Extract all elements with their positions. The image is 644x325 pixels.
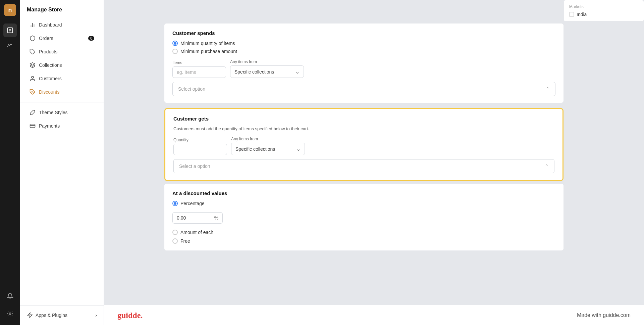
brush-icon [30, 109, 36, 115]
spends-fields-row: Items Any items from Specific collection… [172, 59, 555, 78]
any-items-from-select[interactable]: Specific collections ⌄ [230, 65, 304, 78]
nav-item-products[interactable]: Products [23, 45, 101, 58]
items-input[interactable] [172, 66, 226, 78]
gets-collection-select[interactable]: Select a option ⌃ [173, 159, 554, 173]
nav-item-orders[interactable]: Orders 0 [23, 32, 101, 45]
customer-gets-card: Customer gets Customers must add the qua… [164, 108, 564, 181]
market-item-india: India [569, 12, 638, 17]
nav-item-collections[interactable]: Collections [23, 59, 101, 72]
chevron-down-icon: ⌄ [295, 68, 300, 75]
nav-item-discounts[interactable]: Discounts [23, 86, 101, 98]
footer-tagline: Made with guidde.com [577, 312, 631, 318]
any-items-from-label: Any items from [230, 59, 304, 64]
items-label: Items [172, 60, 226, 65]
svg-point-2 [32, 76, 34, 78]
discount-radio-amount[interactable]: Amount of each [172, 230, 555, 235]
nav-label-dashboard: Dashboard [39, 22, 62, 28]
radio-dot-unchecked [172, 49, 178, 54]
nav-label-customers: Customers [39, 76, 62, 81]
scroll-area: Customer spends Minimum quantity of item… [164, 17, 564, 305]
gets-any-items-from-group: Any items from Specific collections ⌄ [231, 137, 305, 155]
sidebar-icon-store[interactable] [3, 24, 17, 37]
discounted-values-title: At a discounted values [172, 190, 555, 196]
nav-bottom: Apps & Plugins › [20, 298, 104, 325]
gets-any-items-from-select[interactable]: Specific collections ⌄ [231, 143, 305, 155]
nav-label-discounts: Discounts [39, 89, 59, 95]
nav-label-products: Products [39, 49, 57, 54]
discount-radio-free[interactable]: Free [172, 238, 555, 244]
nav-label-orders: Orders [39, 36, 53, 41]
customer-spends-card: Customer spends Minimum quantity of item… [164, 24, 564, 103]
bolt-icon [27, 312, 33, 318]
sidebar-icon-settings[interactable] [3, 307, 17, 320]
quantity-field-group: Quantity [173, 138, 227, 155]
percentage-input-field[interactable]: 0.00 % [172, 212, 223, 224]
gets-fields-row: Quantity Any items from Specific collect… [173, 137, 554, 155]
market-item-label: India [577, 12, 587, 17]
layers-icon [30, 62, 36, 68]
quantity-input[interactable] [173, 144, 227, 155]
market-title: Markets [569, 4, 638, 9]
spends-radio-min-purchase[interactable]: Minimum purchase amount [172, 49, 555, 54]
discount-icon [30, 89, 36, 95]
radio-dot-checked [172, 41, 178, 46]
radio-dot-amount [172, 230, 178, 235]
nav-item-payments[interactable]: Payments [23, 120, 101, 132]
nav-item-dashboard[interactable]: Dashboard [23, 18, 101, 31]
gets-any-items-from-label: Any items from [231, 137, 305, 141]
user-icon [30, 76, 36, 82]
items-field-group: Items [172, 60, 226, 78]
svg-point-1 [9, 313, 11, 315]
nav-panel: Manage Store Dashboard Orders 0 Products… [20, 0, 104, 325]
quantity-label: Quantity [173, 138, 227, 142]
spends-collection-select[interactable]: Select option ⌃ [172, 82, 555, 96]
app-logo[interactable]: n [4, 4, 16, 16]
nav-label-collections: Collections [39, 62, 62, 68]
customer-gets-title: Customer gets [173, 116, 554, 122]
chart-icon [30, 22, 36, 28]
chevron-down-icon-2: ⌄ [296, 146, 301, 152]
payment-icon [30, 123, 36, 129]
nav-label-apps: Apps & Plugins [36, 313, 67, 318]
sidebar-icon-notifications[interactable] [3, 289, 17, 303]
sidebar: n [0, 0, 20, 325]
chevron-up-icon: ⌃ [546, 86, 550, 92]
nav-label-payments: Payments [39, 123, 60, 129]
market-panel: Markets India [564, 0, 644, 21]
india-checkbox[interactable] [569, 12, 574, 17]
customer-gets-wrapper: Customer gets Customers must add the qua… [164, 108, 564, 181]
orders-badge: 0 [88, 36, 94, 41]
customer-spends-title: Customer spends [172, 30, 555, 36]
nav-title: Manage Store [20, 0, 104, 18]
sidebar-icon-analytics[interactable] [3, 38, 17, 52]
nav-item-customers[interactable]: Customers [23, 72, 101, 85]
radio-dot-free [172, 238, 178, 244]
percentage-input-row: 0.00 % [172, 212, 555, 224]
discount-radio-percentage[interactable]: Percentage [172, 201, 555, 206]
any-items-from-group: Any items from Specific collections ⌄ [230, 59, 304, 78]
sidebar-bottom [3, 289, 17, 321]
guidde-logo: guidde. [117, 311, 143, 320]
tag-icon [30, 49, 36, 55]
customer-gets-description: Customers must add the quantity of items… [173, 126, 554, 131]
discounted-values-card: At a discounted values Percentage 0.00 %… [164, 184, 564, 250]
main-content: Markets India Customer spends Minimum qu… [104, 0, 644, 325]
arrow-right-icon: › [95, 313, 97, 318]
chevron-up-icon-2: ⌃ [545, 164, 549, 169]
spends-radio-group: Minimum quantity of items Minimum purcha… [172, 41, 555, 54]
svg-rect-3 [30, 124, 35, 128]
nav-item-apps[interactable]: Apps & Plugins › [20, 309, 104, 322]
discount-radio-group: Percentage 0.00 % Amount of each Free [172, 201, 555, 244]
percent-symbol: % [214, 215, 218, 221]
box-icon [30, 35, 36, 41]
spends-radio-min-qty[interactable]: Minimum quantity of items [172, 41, 555, 46]
nav-label-theme-styles: Theme Styles [39, 110, 68, 115]
footer: guidde. Made with guidde.com [104, 305, 644, 325]
nav-item-theme-styles[interactable]: Theme Styles [23, 106, 101, 119]
radio-dot-percentage [172, 201, 178, 206]
